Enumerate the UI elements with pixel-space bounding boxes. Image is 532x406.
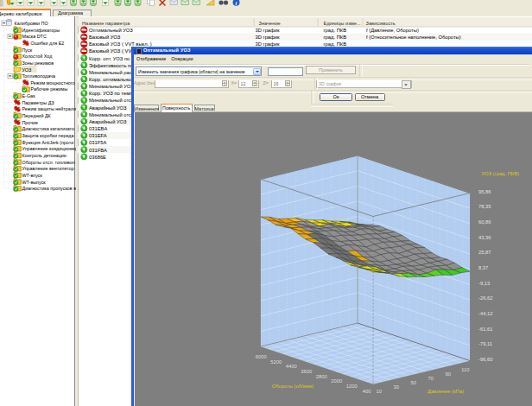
svg-text:110: 110 (461, 367, 469, 372)
svg-text:-44,12: -44,12 (478, 311, 492, 316)
svg-text:Диагностика пропусков в: Диагностика пропусков в (22, 186, 77, 191)
svg-text:2800: 2800 (316, 374, 327, 379)
svg-text:Маска DTC: Маска DTC (22, 34, 47, 39)
svg-text:3D график: 3D график (256, 35, 281, 40)
svg-text:Режим защиты нейтрализ: Режим защиты нейтрализ (22, 106, 77, 111)
svg-text:400: 400 (363, 389, 371, 394)
svg-text:-96,60: -96,60 (478, 357, 492, 362)
svg-text:3600: 3600 (301, 369, 312, 374)
svg-text:5200: 5200 (270, 359, 282, 365)
svg-text:Обороты отсл. топливоп: Обороты отсл. топливоп (22, 159, 75, 164)
svg-text:УОЗ: УОЗ (22, 67, 32, 72)
svg-text:WT-выпуск: WT-выпуск (22, 179, 47, 184)
svg-text:03686E: 03686E (89, 154, 106, 159)
svg-text:2000: 2000 (331, 378, 342, 384)
svg-text:E-Gas: E-Gas (22, 93, 36, 98)
svg-text:Название параметра: Название параметра (82, 20, 130, 25)
svg-text:90: 90 (446, 371, 451, 377)
svg-text:Обороты (об/мин): Обороты (об/мин) (272, 384, 314, 389)
svg-text:031F5A: 031F5A (89, 140, 106, 145)
svg-text:1200: 1200 (346, 384, 358, 389)
svg-text:Управление вентилятор: Управление вентилятор (22, 166, 74, 171)
svg-text:4400: 4400 (286, 364, 297, 369)
svg-text:f (Относительное наполнение, О: f (Относительное наполнение, Обороты) (366, 35, 461, 40)
svg-text:50: 50 (411, 380, 416, 385)
svg-text:3D график: 3D график (256, 27, 281, 32)
svg-text:Функция AntiJerk (проти: Функция AntiJerk (проти (22, 139, 74, 144)
svg-text:10: 10 (377, 389, 382, 394)
svg-text:70: 70 (428, 376, 434, 381)
svg-text:-26,62: -26,62 (478, 295, 492, 301)
svg-text:-61,61: -61,61 (478, 327, 492, 332)
svg-text:Идентификаторы: Идентификаторы (22, 27, 60, 32)
svg-text:Оптимальный УОЗ: Оптимальный УОЗ (89, 27, 133, 32)
svg-text:Пуск: Пуск (22, 47, 33, 52)
svg-text:Значение: Значение (259, 20, 281, 25)
svg-text:Топливоподача: Топливоподача (22, 73, 55, 79)
svg-text:Диагностика катализато: Диагностика катализато (22, 126, 74, 131)
svg-text:Передний ДК: Передний ДК (22, 113, 52, 118)
svg-text:град. ПКВ: град. ПКВ (324, 27, 347, 32)
svg-text:Прочие: Прочие (22, 119, 39, 124)
svg-text:Зависимость: Зависимость (366, 20, 396, 25)
svg-text:Контроль детонации: Контроль детонации (22, 152, 66, 157)
svg-text:i: i (236, 0, 238, 6)
svg-text:град. ПКВ: град. ПКВ (324, 35, 347, 40)
svg-text:25,87: 25,87 (478, 250, 491, 255)
svg-text:6000: 6000 (256, 354, 267, 359)
svg-text:031FBA: 031FBA (89, 147, 107, 152)
svg-text:-79,11: -79,11 (478, 341, 492, 346)
svg-text:Давление (кПа): Давление (кПа) (428, 389, 464, 394)
svg-text:031EBA: 031EBA (89, 126, 107, 131)
svg-text:3D график: 3D график (256, 41, 281, 47)
svg-text:Базовый УОЗ ( VVT выкл. ): Базовый УОЗ ( VVT выкл. ) (89, 41, 152, 47)
svg-text:Базовый УОЗ: Базовый УОЗ (89, 35, 121, 40)
svg-text:-9,13: -9,13 (478, 281, 490, 286)
svg-text:60,86: 60,86 (478, 219, 491, 225)
svg-text:031EFA: 031EFA (89, 133, 107, 138)
svg-text:Минимальный УОЗ: Минимальный УОЗ (89, 84, 134, 89)
svg-text:УОЗ (град. ПКВ): УОЗ (град. ПКВ) (482, 171, 520, 176)
svg-text:Рабочие режимы: Рабочие режимы (31, 86, 68, 92)
svg-text:Калибровки ПО: Калибровки ПО (15, 20, 48, 25)
svg-text:30: 30 (394, 384, 399, 390)
svg-text:Аварийный УОЗ: Аварийный УОЗ (89, 118, 127, 124)
svg-text:WT-впуск: WT-впуск (22, 172, 43, 177)
svg-text:град. ПКВ: град. ПКВ (324, 41, 347, 47)
svg-text:Холостой Ход: Холостой Ход (22, 54, 54, 59)
svg-text:Управление кондиционер: Управление кондиционер (22, 146, 77, 151)
svg-text:95,86: 95,86 (478, 189, 491, 194)
svg-text:Защита коробки переда: Защита коробки переда (22, 132, 74, 137)
svg-text:78,35: 78,35 (478, 204, 491, 209)
svg-text:Параметры ДЗ: Параметры ДЗ (22, 99, 54, 105)
svg-text:8,37: 8,37 (478, 265, 488, 270)
svg-text:Единицы изме...: Единицы изме... (324, 20, 362, 25)
svg-text:f (Давление, Обороты): f (Давление, Обороты) (366, 27, 419, 32)
svg-text:Режим мощностного с: Режим мощностного с (31, 79, 77, 85)
svg-text:Аварийный УОЗ: Аварийный УОЗ (89, 105, 127, 110)
svg-text:Ошибки для Е2: Ошибки для Е2 (31, 40, 65, 45)
svg-text:43,36: 43,36 (478, 235, 491, 240)
svg-text:Зоны режимов: Зоны режимов (22, 60, 54, 65)
